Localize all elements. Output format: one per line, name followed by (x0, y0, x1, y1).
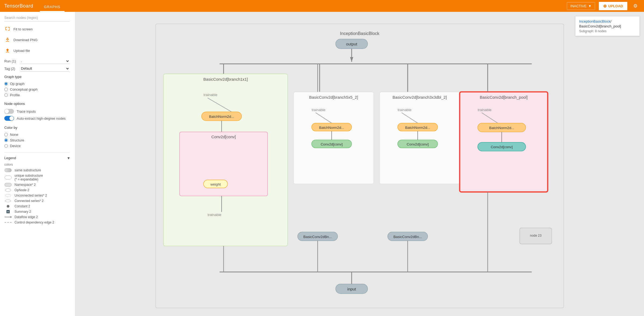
auto-extract-row: Auto-extract high-degree nodes (4, 115, 70, 122)
app-logo: TensorBoard (4, 3, 33, 9)
info-subgraph-label: Subgraph: 8 nodes (579, 29, 636, 33)
conceptual-graph-label: Conceptual graph (10, 87, 38, 91)
legend-section: Legend ▾ colors same substructure unique… (4, 152, 70, 225)
input-node-label: input (347, 287, 356, 291)
radio-profile[interactable]: Profile (4, 92, 70, 98)
opnode-label: OpNode 2 (15, 188, 29, 192)
legend-summary: H Summary 2 (4, 209, 70, 214)
graph-type-title: Graph type (4, 75, 70, 79)
constant-label: Constant 2 (15, 204, 30, 208)
branch1-weight-label: weight (210, 182, 221, 186)
tag-row: Tag (2) Default (4, 66, 70, 72)
legend-same-substructure: same substructure (4, 168, 70, 173)
unconnected-icon (5, 194, 11, 197)
trace-inputs-label: Trace inputs (17, 109, 36, 113)
app-header: TensorBoard GRAPHS INACTIVE ▼ ⊕ UPLOAD ⚙ (0, 0, 644, 12)
radio-none[interactable]: None (4, 132, 70, 137)
search-input[interactable] (4, 14, 70, 22)
breadcrumb-path: BasicConv2d[branch_pool] (579, 24, 621, 28)
namespace-icon (5, 183, 12, 187)
graph-type-section: Graph type Op graph Conceptual graph Pro… (4, 75, 70, 98)
node-options-title: Node options (4, 102, 70, 106)
summary-icon: H (6, 210, 10, 213)
graph-svg[interactable]: InceptionBasicBlock output BasicConv2d[b… (75, 12, 644, 316)
connected-icon (5, 200, 11, 202)
trace-inputs-toggle[interactable] (4, 109, 14, 114)
branch4-conv-label: Conv2d[conv] (491, 145, 513, 149)
fit-to-screen-button[interactable]: Fit to screen (4, 24, 70, 34)
legend-constant: Constant 2 (4, 204, 70, 209)
breadcrumb-link[interactable]: InceptionBasicBlock (579, 19, 610, 23)
main-nav: GRAPHS (40, 0, 65, 12)
nav-graphs[interactable]: GRAPHS (40, 5, 65, 12)
branch2-batchnorm-label: BatchNorm2d... (319, 126, 344, 130)
legend-colors-label: colors (4, 163, 70, 166)
legend-namespace: Namespace* 2 (4, 182, 70, 187)
branch2-label: BasicConv2d[branch5x5_2] (309, 95, 358, 100)
download-png-button[interactable]: Download PNG (4, 34, 70, 45)
node-group-right-label: node 23 (530, 234, 542, 237)
upload-button[interactable]: ⊕ UPLOAD (598, 1, 628, 11)
bottom-node2-label: BasicConv2dBn... (393, 235, 422, 239)
auto-extract-label: Auto-extract high-degree nodes (17, 116, 66, 120)
run-select[interactable]: . (20, 58, 70, 64)
branch3-batchnorm-label: BatchNorm2d... (405, 126, 430, 130)
upload-icon (4, 47, 11, 54)
legend-title: Legend (4, 156, 16, 160)
dataflow-icon (5, 217, 12, 217)
branch3-container[interactable] (380, 92, 460, 184)
download-png-label: Download PNG (13, 38, 38, 42)
branch1-trainable: trainable (204, 93, 217, 97)
color-by-title: Color by (4, 126, 70, 130)
auto-extract-toggle[interactable] (4, 116, 14, 121)
download-icon (4, 37, 11, 43)
legend-unique-substructure: unique substructure(* = expandable) (4, 173, 70, 182)
unconnected-label: Unconnected series* 2 (15, 194, 47, 197)
inactive-button[interactable]: INACTIVE ▼ (567, 2, 595, 10)
output-node-label: output (346, 42, 357, 46)
legend-header[interactable]: Legend ▾ (4, 153, 70, 163)
radio-device[interactable]: Device (4, 143, 70, 149)
same-substructure-label: same substructure (15, 168, 41, 172)
branch2-trainable: trainable (312, 108, 325, 112)
legend-connected: Connected series* 2 (4, 198, 70, 204)
branch3-trainable: trainable (398, 108, 411, 112)
upload-label: UPLOAD (608, 4, 623, 8)
settings-button[interactable]: ⚙ (631, 2, 640, 10)
branch4-trainable: trainable (478, 108, 492, 112)
upload-file-button[interactable]: Upload file (4, 45, 70, 56)
tag-label: Tag (2) (4, 67, 18, 71)
constant-icon (7, 205, 9, 208)
upload-file-label: Upload file (13, 49, 30, 53)
branch4-container-selected[interactable] (460, 92, 548, 192)
trace-inputs-row: Trace inputs (4, 108, 70, 115)
unique-substructure-label: unique substructure(* = expandable) (15, 174, 43, 181)
info-breadcrumb: InceptionBasicBlock/ BasicConv2d[branch_… (579, 19, 636, 29)
run-row: Run (1) . (4, 58, 70, 64)
profile-label: Profile (10, 93, 20, 97)
color-device-label: Device (10, 144, 21, 148)
tag-select[interactable]: Default (20, 66, 70, 72)
fit-to-screen-label: Fit to screen (13, 27, 33, 31)
legend-opnode: OpNode 2 (4, 187, 70, 193)
breadcrumb-slash: / (610, 19, 611, 23)
color-none-label: None (10, 133, 18, 137)
branch2-conv-label: Conv2d[conv] (321, 142, 343, 146)
opnode-icon (5, 189, 11, 192)
graph-area[interactable]: InceptionBasicBlock/ BasicConv2d[branch_… (75, 12, 644, 316)
legend-control-dep: Control dependency edge 2 (4, 220, 70, 225)
toggle-knob (5, 109, 9, 113)
color-structure-label: Structure (10, 138, 24, 142)
settings-icon: ⚙ (633, 3, 638, 9)
branch1-conv-label: Conv2d[conv] (211, 135, 236, 139)
branch3-label: BasicConv2d[branch3x3dbl_2] (393, 95, 447, 100)
namespace-label: Namespace* 2 (15, 183, 36, 187)
radio-conceptual-graph[interactable]: Conceptual graph (4, 87, 70, 92)
branch1-batchnorm-label: BatchNorm2d... (209, 115, 234, 119)
radio-structure[interactable]: Structure (4, 137, 70, 143)
upload-circle-icon: ⊕ (603, 3, 607, 9)
inactive-label: INACTIVE (570, 4, 586, 8)
radio-op-graph[interactable]: Op graph (4, 81, 70, 87)
branch2-container[interactable] (294, 92, 374, 184)
chevron-down-icon: ▼ (588, 4, 592, 8)
